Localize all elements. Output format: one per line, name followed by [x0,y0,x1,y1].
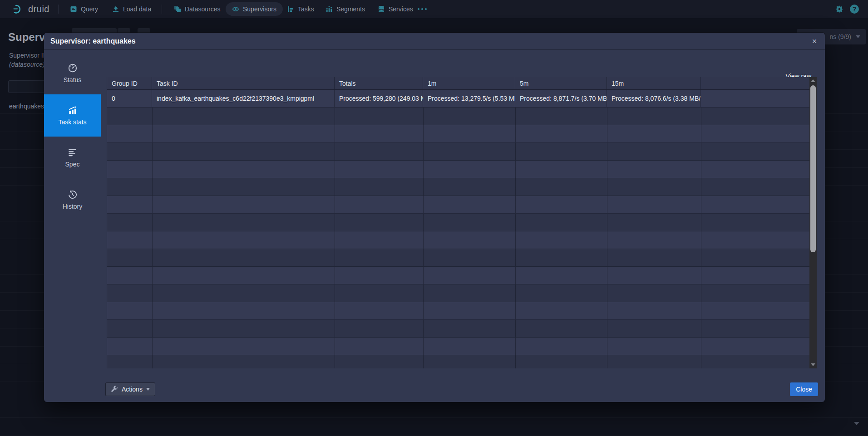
background-cell-datasource: earthquakes [9,103,44,110]
load-data-icon [112,5,119,13]
nav-label: Supervisors [243,5,276,13]
header-empty [701,77,810,89]
dialog-sidebar: Status Task stats Spec [44,50,101,402]
tab-task-stats[interactable]: Task stats [44,94,101,137]
nav-label: Services [389,5,413,13]
tab-label: History [63,203,83,210]
dialog-main: View raw Group ID Task ID Totals 1m 5m 1… [101,50,825,402]
table-row [107,267,810,284]
services-icon [378,5,385,13]
eye-icon [232,5,239,13]
dialog-title: Supervisor: earthquakes [44,33,825,50]
header-totals[interactable]: Totals [335,77,423,89]
table-row [107,161,810,178]
cell-empty [701,90,810,107]
tab-label: Spec [65,161,80,168]
nav-item-load-data[interactable]: Load data [112,0,151,18]
supervisor-dialog: Supervisor: earthquakes × Status Task st… [44,33,825,402]
close-icon[interactable]: × [809,36,819,46]
more-icon [418,8,427,10]
table-row [107,338,810,355]
chevron-down-icon [146,388,150,391]
dialog-header: Supervisor: earthquakes × [44,33,825,50]
druid-logo[interactable]: druid [12,0,49,18]
tab-spec[interactable]: Spec [44,137,101,179]
header-1m[interactable]: 1m [423,77,515,89]
actions-button-label: Actions [122,386,143,393]
vertical-scrollbar[interactable] [809,77,817,368]
table-header-row: Group ID Task ID Totals 1m 5m 15m [107,77,810,90]
wrench-icon [111,386,118,393]
cell-5m: Processed: 8,871.7/s (3.70 MB/s) [515,90,607,107]
nav-label: Datasources [185,5,221,13]
background-button-fragment [118,28,130,33]
nav-item-supervisors[interactable]: Supervisors [226,2,283,16]
query-icon [70,5,77,13]
cell-15m: Processed: 8,076.6/s (3.38 MB/s) [607,90,701,107]
background-button-fragment [72,28,117,33]
nav-label: Load data [123,5,151,13]
background-caret-down-icon [854,422,859,425]
actions-button[interactable]: Actions [105,382,155,396]
cell-group-id: 0 [107,90,152,107]
scrollbar-thumb[interactable] [810,85,816,252]
header-task-id[interactable]: Task ID [152,77,335,89]
nav-label: Segments [336,5,365,13]
table-row [107,249,810,267]
scrollbar-up-arrow[interactable] [811,79,815,82]
table-row [107,355,810,368]
header-15m[interactable]: 15m [607,77,701,89]
table-row [107,231,810,249]
nav-item-query[interactable]: Query [70,0,98,18]
nav-divider [162,5,162,14]
scrollbar-down-arrow[interactable] [811,363,815,366]
table-row [107,125,810,143]
nav-item-services[interactable]: Services [378,0,413,18]
nav-divider [58,5,59,14]
nav-label: Query [81,5,98,13]
tab-status[interactable]: Status [44,52,101,94]
task-stats-chart-icon [68,105,78,115]
table-row[interactable]: 0 index_kafka_earthquakes_c6d22f2137390e… [107,90,810,108]
settings-button[interactable] [835,0,844,18]
top-nav: druid Query Load data Datasources Superv… [0,0,868,18]
datasources-icon [174,5,181,13]
status-gauge-icon [68,63,78,73]
table-row [107,143,810,161]
gear-icon [835,5,844,14]
nav-label: Tasks [298,5,314,13]
tab-history[interactable]: History [44,179,101,221]
nav-more-button[interactable] [418,0,427,18]
nav-item-datasources[interactable]: Datasources [174,0,221,18]
table-row [107,284,810,302]
nav-item-tasks[interactable]: Tasks [287,0,314,18]
tab-label: Task stats [58,118,86,126]
close-button[interactable]: Close [790,382,818,396]
cell-totals: Processed: 599,280 (249.03 MB) [335,90,423,107]
table-row [107,214,810,231]
table-row [107,108,810,125]
header-5m[interactable]: 5m [515,77,607,89]
columns-dropdown-label: ns (9/9) [830,33,851,40]
help-icon: ? [850,5,859,14]
spec-align-left-icon [68,147,78,157]
tab-label: Status [64,76,82,83]
cell-1m: Processed: 13,279.5/s (5.53 MB/s) [423,90,515,107]
table-row [107,302,810,320]
table-row [107,178,810,196]
tasks-icon [287,5,294,13]
task-stats-table: Group ID Task ID Totals 1m 5m 15m 0 inde… [107,77,817,368]
segments-icon [326,5,333,13]
history-clock-icon [68,190,78,200]
table-row [107,196,810,214]
druid-logo-icon [12,3,25,15]
chevron-down-icon [856,35,860,38]
nav-item-segments[interactable]: Segments [326,0,365,18]
header-group-id[interactable]: Group ID [107,77,152,89]
cell-task-id: index_kafka_earthquakes_c6d22f2137390e3_… [152,90,335,107]
background-column-subheader: (datasource) [9,61,45,68]
help-button[interactable]: ? [850,0,859,18]
table-row [107,320,810,338]
background-button-fragment [138,28,150,33]
brand-text: druid [28,4,49,15]
